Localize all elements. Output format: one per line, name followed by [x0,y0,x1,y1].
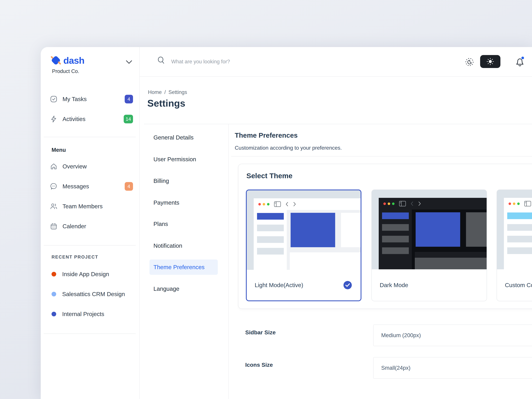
breadcrumb-separator: / [165,89,166,95]
settings-nav-general-details[interactable]: General Details [153,130,194,145]
light-mode-toggle-button[interactable] [480,55,500,68]
window-layout-icon [524,201,531,207]
selected-check-icon [343,281,352,289]
sidebar-size-select[interactable]: Medium (200px) [373,324,532,346]
menu-section-title: Menu [51,147,66,153]
settings-nav-theme-preferences[interactable]: Theme Preferences [149,260,218,275]
project-item-inside-app-design[interactable]: Inside App Design [50,268,133,280]
sidebar-item-overview[interactable]: Overview [50,160,133,172]
project-label: Salesattics CRM Design [62,291,125,298]
notification-dot [521,57,524,59]
sidebar-item-activities[interactable]: Activities 14 [50,113,133,125]
forward-chevron-icon [293,202,296,207]
theme-label: Light Mode(Active) [255,282,303,288]
theme-option-custom[interactable]: Custom Co [497,190,532,301]
settings-nav-user-permission[interactable]: User Permission [153,152,196,167]
notifications-bell-icon[interactable] [515,56,525,67]
content-divider [144,124,532,124]
breadcrumb-home[interactable]: Home [148,89,162,95]
brand-block[interactable]: dash [51,54,84,67]
section-heading: Theme Preferences [235,132,298,139]
select-theme-card: Select Theme [238,164,532,309]
sun-icon [486,57,494,66]
brand-name: dash [63,55,84,66]
section-divider [231,156,532,156]
app-window: dash Product Co. My Tasks 4 Activities 1… [41,47,532,399]
back-chevron-icon [285,202,289,207]
activities-count-badge: 14 [124,115,133,123]
theme-label: Dark Mode [380,282,408,288]
settings-nav-payments[interactable]: Payments [153,195,179,210]
icons-size-label: Icons Size [245,361,273,368]
recent-project-title: RECENT PROJECT [51,254,98,260]
breadcrumb-current: Settings [168,89,187,95]
settings-nav-language[interactable]: Language [153,281,179,296]
section-subheading: Customization according to your preferen… [235,145,342,151]
sidebar-divider [44,245,136,246]
theme-option-light[interactable]: Light Mode(Active) [246,190,361,301]
forward-chevron-icon [418,201,421,206]
brand-logo-icon [51,56,61,65]
settings-nav-billing[interactable]: Billing [153,173,169,189]
chevron-down-icon[interactable] [126,60,132,64]
select-theme-title: Select Theme [246,172,292,180]
settings-nav-divider [228,124,228,399]
team-members-icon [50,203,57,210]
search-input[interactable] [171,47,421,76]
project-dot-icon [51,312,56,316]
sidebar-item-team-members[interactable]: Team Members [50,200,133,212]
settings-nav-plans[interactable]: Plans [153,216,168,232]
dark-mode-toggle-moon-icon[interactable] [465,57,474,67]
main-content: Home / Settings Settings General Details… [140,77,532,399]
sidebar-item-label: Overview [63,163,87,170]
dark-theme-thumbnail [372,190,487,269]
theme-option-dark[interactable]: Dark Mode [371,190,487,301]
light-theme-thumbnail [247,190,361,270]
breadcrumb: Home / Settings [148,89,187,95]
window-layout-icon [274,201,281,207]
sidebar-divider [44,334,136,334]
settings-nav-notification[interactable]: Notification [153,238,182,253]
search-icon [156,55,167,66]
home-icon [50,163,57,170]
sidebar-divider [44,137,136,137]
theme-label: Custom Co [505,282,532,288]
window-layout-icon [399,201,406,207]
sidebar-item-label: Team Members [63,203,103,210]
project-dot-icon [51,292,56,296]
sidebar-item-calender[interactable]: Calender [50,220,133,232]
sidebar-item-label: Activities [63,116,85,122]
sidebar-item-label: Calender [63,223,86,230]
project-item-salesattics-crm[interactable]: Salesattics CRM Design [50,288,133,300]
lightning-icon [50,115,57,123]
sidebar: dash Product Co. My Tasks 4 Activities 1… [41,47,140,399]
sidebar-item-messages[interactable]: Messages 4 [50,180,133,192]
sidebar-item-my-tasks[interactable]: My Tasks 4 [50,93,133,105]
icons-size-select[interactable]: Small(24px) [373,357,532,379]
sidebar-size-label: Sidbar Size [245,329,276,336]
sidebar-item-label: Messages [63,183,89,190]
back-chevron-icon [410,201,414,206]
custom-theme-thumbnail [497,190,532,269]
project-dot-icon [51,272,56,277]
company-name: Product Co. [52,68,79,74]
check-square-icon [50,95,57,103]
page-title: Settings [147,98,185,109]
messages-count-badge: 4 [125,182,133,191]
calendar-icon [50,222,57,230]
project-item-internal-projects[interactable]: Internal Projects [50,308,133,320]
project-label: Inside App Design [62,271,109,278]
project-label: Internal Projects [62,311,104,317]
my-tasks-count-badge: 4 [125,95,133,103]
sidebar-item-label: My Tasks [63,96,87,102]
top-header [140,47,532,77]
chat-bubble-icon [50,183,57,190]
